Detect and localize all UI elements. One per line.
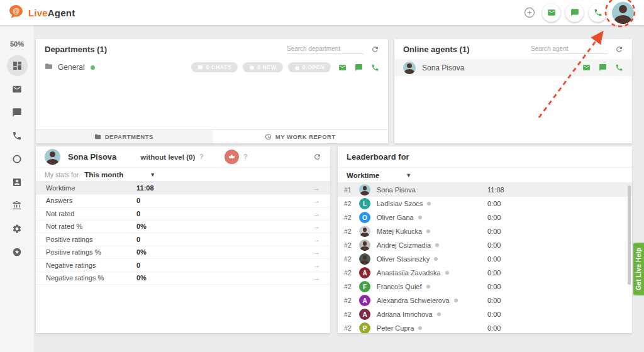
arrow-right-icon: → [313,248,320,256]
stat-row-negative-pct[interactable]: Negative ratings %0%→ [36,272,330,285]
chat-department-button[interactable] [355,63,363,72]
chevron-down-icon[interactable]: ▼ [406,172,411,179]
online-agents-title: Online agents (1) [403,45,469,54]
badge-help-icon[interactable]: ? [243,153,247,160]
stat-row-positive-pct[interactable]: Positive ratings %0%→ [36,246,330,260]
stat-row-negative[interactable]: Negative ratings0→ [36,259,330,272]
leaderboard-row: #2 Oliver Stasinszky 0:00 [338,252,632,266]
stats-period-row: My stats for This month ▼ [36,168,330,182]
online-agents-header: Online agents (1) [394,39,632,59]
user-avatar[interactable] [612,2,634,24]
agent-search-input[interactable] [531,44,608,54]
sidebar-item-settings[interactable] [7,218,28,239]
stat-row-positive[interactable]: Positive ratings0→ [36,233,330,246]
stat-row-not-rated[interactable]: Not rated0→ [36,207,330,221]
svg-text:@: @ [13,7,19,14]
agent-avatar: A [359,267,370,278]
agent-name: Alexandra Schweierova [377,297,450,304]
refresh-icon[interactable] [371,45,379,53]
arrow-right-icon: → [313,274,320,282]
agent-avatar: A [359,295,370,306]
call-department-button[interactable] [371,63,379,72]
level-badge [225,150,239,164]
stat-row-answers[interactable]: Answers0→ [36,195,330,208]
offline-status-dot [435,243,439,247]
department-actions [338,63,379,72]
agent-name: Ladislav Szocs [377,200,423,207]
stat-row-not-rated-pct[interactable]: Not rated %0%→ [36,221,330,234]
stat-row-worktime[interactable]: Worktime11:08→ [36,182,330,195]
dashboard-grid-icon [12,60,23,71]
folder-icon [45,62,53,73]
agent-name: Andrej Csizmadia [377,241,431,249]
metric-select[interactable]: Worktime [347,172,379,179]
sidebar-item-tickets[interactable] [7,79,28,99]
agent-name: Sona Pisova [68,152,116,162]
liveagent-logo[interactable]: @ LiveAgent [0,4,75,22]
sidebar-item-calls[interactable] [7,125,28,146]
sidebar-item-billing[interactable] [7,195,28,216]
folder-icon [94,133,101,140]
department-search-input[interactable] [287,44,364,54]
brand-text: LiveAgent [28,8,75,18]
email-agent-button[interactable] [582,63,591,72]
online-status-dot [91,65,95,70]
new-call-button[interactable] [589,4,607,22]
agent-avatar [359,239,370,251]
period-select[interactable]: This month [84,171,123,179]
offline-status-dot [427,202,431,206]
agent-name: Oliver Stasinszky [377,255,430,263]
liveagent-dashboard: @ LiveAgent 50% [0,0,644,352]
plus-circle-icon[interactable] [522,5,537,20]
department-name: General [58,63,85,72]
refresh-icon[interactable] [313,153,321,161]
chat-bubble-icon [197,65,203,70]
crown-icon [228,153,235,160]
chat-agent-button[interactable] [599,63,607,72]
contacts-card-icon [12,177,22,187]
leaderboard-row: #2 Matej Kukucka 0:00 [338,224,632,238]
tab-departments[interactable]: DEPARTMENTS [36,130,212,143]
departments-title: Departments (1) [45,45,107,54]
agent-avatar: F [359,281,370,292]
department-row[interactable]: General 0 CHATS 0 NEW 0 OPEN [36,59,388,75]
phone-icon [12,131,22,141]
usage-percent: 50% [10,40,24,48]
arrow-right-icon: → [313,184,320,192]
get-live-help-button[interactable]: Get Live Help [633,243,644,295]
agent-name: Adriana Imrichova [377,311,433,318]
new-badge: 0 NEW [243,62,283,72]
email-department-button[interactable] [338,63,347,72]
leaderboard-title: Leaderboard for [338,146,632,168]
call-agent-button[interactable] [615,63,623,72]
envelope-icon [12,84,22,94]
chevron-down-icon[interactable]: ▼ [150,172,155,178]
new-chat-button[interactable] [565,4,584,22]
sidebar-item-chats[interactable] [7,102,28,123]
agent-name: Sona Pisova [377,186,416,194]
agent-row[interactable]: Sona Pisova [394,59,632,76]
agent-name: Francois Quief [377,283,422,290]
sidebar-item-upgrade[interactable] [7,241,28,262]
filled-circle-icon [249,65,255,70]
leaderboard-row: #2 A Adriana Imrichova 0:00 [338,307,632,321]
leaderboard-row: #2 L Ladislav Szocs 0:00 [338,197,632,211]
departments-panel: Departments (1) General 0 CHATS 0 NEW 0 … [36,39,388,143]
arrow-right-icon: → [313,236,320,243]
refresh-icon[interactable] [615,45,623,53]
sidebar-item-dashboard[interactable] [7,55,28,76]
topbar-actions [522,2,644,24]
scrollbar-thumb[interactable] [628,185,631,285]
sidebar-item-customers[interactable] [7,172,28,192]
leaderboard-row: #2 Andrej Csizmadia 0:00 [338,238,632,252]
new-email-button[interactable] [542,4,560,22]
online-agents-panel: Online agents (1) Sona Pisova [394,39,632,143]
sidebar-item-status[interactable] [7,148,28,169]
arrow-right-icon: → [313,197,320,204]
work-report-header: Sona Pisova without level (0) ? ? [36,146,330,168]
chat-bubble-icon [12,107,22,118]
tab-my-work-report[interactable]: MY WORK REPORT [212,130,389,143]
level-help-icon[interactable]: ? [199,153,203,160]
leaderboard-row: #2 P Peter Cupra 0:00 [338,321,632,333]
leaderboard-row: #2 A Anastasiia Zavadska 0:00 [338,266,632,280]
